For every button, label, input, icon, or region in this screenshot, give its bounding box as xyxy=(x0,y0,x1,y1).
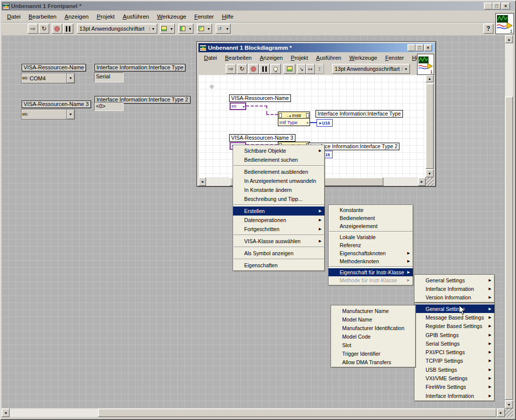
frontpanel-titlebar[interactable]: Unbenannt 1 Frontpanel * _ □ × xyxy=(2,2,514,11)
horizontal-scroll-thumb[interactable] xyxy=(98,408,496,417)
retain-wire-values-button[interactable] xyxy=(283,64,295,74)
vertical-scrollbar[interactable]: ▲ ▼ xyxy=(426,75,434,177)
scroll-left-button[interactable]: ◄ xyxy=(2,408,10,417)
menu-item-register-based-settings[interactable]: Register Based Settings▶ xyxy=(415,322,494,331)
menu-item-in-anzeigeelement-umwandeln[interactable]: In Anzeigeelement umwandeln xyxy=(233,176,325,185)
interface-type-label[interactable]: Interface Information:Interface Type xyxy=(94,64,185,71)
maximize-button[interactable]: □ xyxy=(492,3,501,10)
menu-item-gpib-settings[interactable]: GPIB Settings▶ xyxy=(415,331,494,339)
menu-item-general-settings[interactable]: General Settings▶ xyxy=(415,304,494,313)
menu-item-erstellen[interactable]: Erstellen▶ xyxy=(233,206,325,216)
menu-item-fortgeschritten[interactable]: Fortgeschritten▶ xyxy=(233,225,325,234)
menu-ausfuehren[interactable]: Ausführen xyxy=(119,12,153,21)
step-out-button[interactable]: ↥ xyxy=(315,64,324,74)
u16-indicator-terminal[interactable]: ▶ U16 xyxy=(317,119,333,127)
bd-iface-label[interactable]: Interface Information:Interface Type xyxy=(316,110,403,118)
close-button[interactable]: × xyxy=(501,3,510,10)
scroll-left-button[interactable]: ◄ xyxy=(198,177,206,186)
run-button[interactable]: ⇨ xyxy=(28,24,38,34)
property-node-row[interactable]: Intf Type ▸ xyxy=(278,119,309,126)
blockdiagram-titlebar[interactable]: Unbenannt 1 Blockdiagramm * _ □ × xyxy=(198,43,435,52)
maximize-button[interactable]: □ xyxy=(416,44,424,51)
menu-item-interface-information[interactable]: Interface Information▶ xyxy=(415,391,494,400)
menu-item-methodenknoten[interactable]: Methodenknoten▶ xyxy=(329,257,413,265)
visa-resource-label[interactable]: VISA-Ressourcen-Name xyxy=(22,64,86,71)
abort-button[interactable] xyxy=(52,24,62,34)
visa-wire[interactable] xyxy=(246,106,267,107)
u16-wire[interactable] xyxy=(310,122,317,123)
minimize-button[interactable]: _ xyxy=(407,44,416,51)
menu-projekt[interactable]: Projekt xyxy=(287,53,312,62)
vi-connector-icon[interactable]: 1 xyxy=(417,54,434,75)
menu-ausfuehren[interactable]: Ausführen xyxy=(312,53,345,62)
menu-item-bedienelement[interactable]: Bedienelement xyxy=(329,214,413,222)
resize-objects-button[interactable]: ▼ xyxy=(197,24,212,34)
visa-terminal[interactable]: I/O ▸ xyxy=(230,102,246,110)
menu-item-lokale-variable[interactable]: Lokale Variable xyxy=(329,233,413,241)
menu-item-anzeigeelement[interactable]: Anzeigeelement xyxy=(329,222,413,230)
resize-grip[interactable] xyxy=(505,408,513,417)
menu-item-interface-information[interactable]: Interface Information▶ xyxy=(415,284,494,293)
scroll-right-button[interactable]: ► xyxy=(497,408,505,417)
vertical-scrollbar[interactable]: ▲ ▼ xyxy=(505,35,513,408)
menu-item-usb-settings[interactable]: USB Settings▶ xyxy=(415,365,494,374)
menu-item-model-name[interactable]: Model Name xyxy=(331,315,416,324)
menu-item-model-code[interactable]: Model Code xyxy=(331,332,416,341)
visa-resource3-combo[interactable]: I/O ▼ xyxy=(21,109,75,120)
menu-item-message-based-settings[interactable]: Message Based Settings▶ xyxy=(415,313,494,322)
vi-connector-icon[interactable]: 1 xyxy=(495,13,514,34)
menu-item-eigenschaftsknoten[interactable]: Eigenschaftsknoten▶ xyxy=(329,249,413,257)
menu-item-version-information[interactable]: Version Information▶ xyxy=(415,293,494,301)
menu-item-trigger-identifier[interactable]: Trigger Identifier xyxy=(331,349,416,358)
pause-button[interactable] xyxy=(63,24,73,34)
menu-item-tcp-ip-settings[interactable]: TCP/IP Settings▶ xyxy=(415,357,494,365)
menu-werkzeuge[interactable]: Werkzeuge xyxy=(345,53,381,62)
menu-anzeigen[interactable]: Anzeigen xyxy=(61,12,93,21)
visa-resource-combo[interactable]: I/O COM4 ▼ xyxy=(21,73,75,83)
menu-datei[interactable]: Datei xyxy=(200,53,221,62)
menu-item-manufacturer-name[interactable]: Manufacturer Name xyxy=(331,306,416,315)
close-button[interactable]: × xyxy=(424,44,432,51)
vertical-scroll-thumb[interactable] xyxy=(505,96,513,400)
menu-anzeigen[interactable]: Anzeigen xyxy=(256,53,287,62)
scroll-down-button[interactable]: ▼ xyxy=(505,400,513,408)
menu-item-konstante[interactable]: Konstante xyxy=(329,206,413,214)
run-button[interactable]: ⇨ xyxy=(226,64,236,74)
highlight-execution-button[interactable] xyxy=(270,64,281,74)
scroll-right-button[interactable]: ► xyxy=(418,177,426,186)
menu-fenster[interactable]: Fenster xyxy=(190,12,218,21)
combo-dropdown-button[interactable]: ▼ xyxy=(66,110,74,119)
menu-hilfe[interactable]: Hilfe xyxy=(218,12,238,21)
menu-fenster[interactable]: Fenster xyxy=(381,53,408,62)
menu-item-eigenschaften[interactable]: Eigenschaften xyxy=(233,261,325,270)
menu-item-manufacturer-identification[interactable]: Manufacturer Identification xyxy=(331,324,416,332)
menu-werkzeuge[interactable]: Werkzeuge xyxy=(153,12,190,21)
bd-visa-label[interactable]: VISA-Ressourcen-Name xyxy=(229,94,291,102)
menu-bearbeiten[interactable]: Bearbeiten xyxy=(25,12,61,21)
run-continuous-button[interactable]: ↻ xyxy=(39,24,49,34)
combo-dropdown-button[interactable]: ▼ xyxy=(66,73,74,83)
context-help-button[interactable]: ? xyxy=(483,24,493,34)
visa-wire[interactable] xyxy=(266,114,278,115)
visa-resource3-label[interactable]: VISA-Ressourcen-Name 3 xyxy=(22,100,91,108)
error-out-terminal[interactable] xyxy=(306,113,309,118)
menu-datei[interactable]: Datei xyxy=(3,12,25,21)
menu-item-vxi-vme-settings[interactable]: VXI/VME Settings▶ xyxy=(415,374,494,382)
menu-item-pxi-pci-settings[interactable]: PXI/PCI Settings▶ xyxy=(415,348,494,356)
visa-wire[interactable] xyxy=(266,106,267,114)
reorder-button[interactable]: ↺▼ xyxy=(216,24,231,34)
minimize-button[interactable]: _ xyxy=(484,3,492,10)
scroll-up-button[interactable]: ▲ xyxy=(505,35,513,43)
menu-item-sichtbare-objekte[interactable]: Sichtbare Objekte▶ xyxy=(233,146,325,155)
menu-item-als-symbol-anzeigen[interactable]: Als Symbol anzeigen xyxy=(233,249,325,258)
scroll-up-button[interactable]: ▲ xyxy=(426,75,434,82)
abort-button[interactable] xyxy=(248,64,259,74)
error-in-terminal[interactable] xyxy=(279,113,282,118)
menu-item-in-konstante-aendern[interactable]: In Konstante ändern xyxy=(233,185,325,194)
distribute-objects-button[interactable]: ▼ xyxy=(178,24,193,34)
resize-grip[interactable] xyxy=(426,177,434,186)
run-continuous-button[interactable]: ↻ xyxy=(237,64,247,74)
menu-bearbeiten[interactable]: Bearbeiten xyxy=(221,53,256,62)
menu-item-visa-klasse-auswaehlen[interactable]: VISA-Klasse auswählen▶ xyxy=(233,237,325,246)
step-into-button[interactable]: ↘ xyxy=(297,64,306,74)
